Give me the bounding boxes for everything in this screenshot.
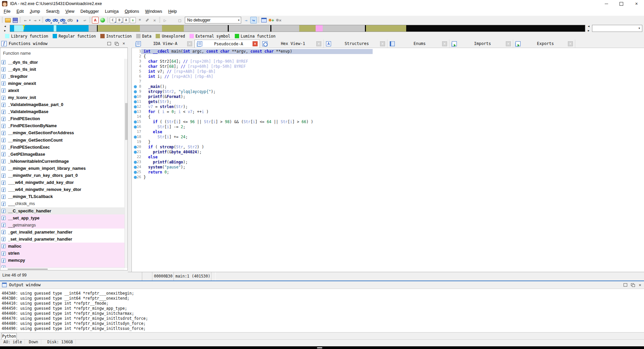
pseudocode-view[interactable]: 1int __cdecl main(int argc, const char *… (131, 48, 644, 272)
column-header-function-name[interactable]: Function name (0, 48, 127, 59)
open-subview-icon[interactable] (261, 17, 267, 23)
function-row[interactable]: f_GetPEImageBase (0, 151, 124, 158)
menu-item-view[interactable]: View (62, 7, 77, 16)
search-value-icon[interactable] (59, 17, 66, 23)
panel-float-icon[interactable] (629, 282, 636, 288)
tab-pseudocode-a[interactable]: Pseudocode-A× (195, 40, 260, 48)
panel-maximize-icon[interactable] (106, 41, 112, 47)
debug-run-to-icon[interactable]: ↪ (250, 17, 257, 23)
output-window-titlebar[interactable]: Output window × (0, 281, 644, 289)
functions-window-titlebar[interactable]: f Functions window × (0, 40, 128, 48)
panel-float-icon[interactable] (113, 41, 120, 47)
function-row[interactable]: f___w64_mingwthr_add_key_dtor (0, 179, 124, 186)
chevron-down-icon[interactable]: ▾ (39, 19, 40, 22)
menu-item-debugger[interactable]: Debugger (77, 7, 102, 16)
function-row[interactable]: fmy_lconv_init (0, 94, 124, 101)
minimize-button[interactable] (599, 0, 614, 7)
function-row[interactable]: f_tlregdtor (0, 73, 124, 80)
function-row[interactable]: f_get_invalid_parameter_handler (0, 229, 124, 236)
tab-enums[interactable]: Enums× (387, 40, 449, 48)
function-row[interactable]: f_FindPESectionExec (0, 144, 124, 151)
edit-function-icon[interactable] (144, 17, 151, 23)
horizontal-scrollbar[interactable] (0, 267, 124, 270)
chevron-down-icon[interactable]: ▾ (29, 19, 31, 22)
scrollbar-thumb[interactable] (8, 269, 48, 269)
scroll-right-icon[interactable]: ► (4, 29, 6, 32)
scroll-left-icon[interactable]: ◄ (4, 25, 6, 28)
save-icon[interactable] (12, 17, 18, 23)
function-row[interactable]: fmalloc (0, 243, 124, 250)
taskbar-strip[interactable] (0, 346, 644, 349)
function-row[interactable]: f__set_app_type (0, 214, 124, 221)
function-row[interactable]: f__mingw_GetSectionCount (0, 137, 124, 144)
function-row[interactable]: fstrlen (0, 250, 124, 257)
make-data-icon[interactable]: D (116, 17, 122, 23)
nav-band[interactable] (10, 25, 585, 32)
scroll-left-icon[interactable]: ◄ (587, 25, 590, 28)
function-row[interactable]: f_ValidateImageBase (0, 108, 124, 115)
function-row[interactable]: f__C_specific_handler (0, 207, 124, 214)
band-scroll-arrows[interactable]: ◄► (3, 25, 7, 32)
menu-item-edit[interactable]: Edit (13, 7, 27, 16)
function-row[interactable]: fmemcpy (0, 257, 124, 264)
debugger-select[interactable]: No debugger▾ (185, 17, 241, 23)
function-row[interactable]: f__dyn_tls_init (0, 66, 124, 73)
panel-close-icon[interactable]: × (637, 282, 643, 288)
menu-item-search[interactable]: Search (43, 7, 62, 16)
close-icon[interactable]: × (316, 41, 321, 46)
close-icon[interactable]: × (506, 41, 511, 46)
debug-attach-icon[interactable]: → (243, 17, 250, 23)
function-row[interactable]: f_ValidateImageBase_part_0 (0, 101, 124, 108)
nav-back-icon[interactable]: ← (22, 17, 29, 23)
function-row[interactable]: f__getmainargs (0, 221, 124, 229)
scrollbar-thumb[interactable] (125, 103, 127, 140)
function-row[interactable]: f___chkstk_ms (0, 200, 124, 207)
close-icon[interactable]: × (253, 41, 258, 46)
search-text-icon[interactable] (52, 17, 59, 23)
tab-imports[interactable]: Imports× (449, 40, 513, 48)
function-row[interactable]: f__mingw_enum_import_library_names (0, 165, 124, 172)
search-immediate-icon[interactable] (45, 17, 51, 23)
make-array-icon[interactable]: * (137, 17, 143, 23)
jump-icon[interactable]: ◗ (74, 17, 81, 23)
panel-close-icon[interactable]: × (120, 41, 127, 47)
debug-pause-icon[interactable] (169, 17, 176, 23)
open-file-icon[interactable] (4, 17, 11, 23)
tab-ida-view-a[interactable]: IDA View-A× (133, 40, 195, 48)
function-row[interactable]: f___w64_mingwthr_remove_key_dtor (0, 186, 124, 193)
debug-stop-icon[interactable]: □ (176, 17, 183, 23)
close-icon[interactable]: × (187, 41, 192, 46)
menu-item-windows[interactable]: Windows (142, 7, 165, 16)
vertical-scrollbar[interactable] (124, 59, 127, 268)
function-row[interactable]: f_set_invalid_parameter_handler (0, 236, 124, 243)
band-scroll-arrows-right[interactable]: ◄► (586, 25, 591, 32)
menu-item-jump[interactable]: Jump (27, 7, 43, 16)
output-log[interactable]: 4043A0: using guessed type __int64 *refp… (0, 289, 644, 332)
panel-maximize-icon[interactable] (622, 282, 629, 288)
add-function-icon[interactable]: + (268, 17, 275, 23)
scroll-right-icon[interactable]: ► (587, 29, 590, 32)
lumina-icon[interactable] (99, 17, 106, 23)
tab-python[interactable]: Python (1, 333, 17, 339)
function-row[interactable]: f_FindPESection (0, 115, 124, 122)
tab-exports[interactable]: Exports× (513, 40, 575, 48)
menu-item-options[interactable]: Options (122, 7, 142, 16)
function-row[interactable]: fmingw_onexit (0, 80, 124, 87)
function-row[interactable]: f__mingw_TLScallback (0, 193, 124, 200)
remove-function-icon[interactable]: × (275, 17, 282, 23)
nav-forward-icon[interactable]: → (32, 17, 39, 23)
analysis-problems-icon[interactable]: A (92, 17, 99, 23)
delete-function-icon[interactable]: × (151, 17, 158, 23)
make-code-icon[interactable]: C (110, 17, 116, 23)
function-row[interactable]: f__mingw_GetSectionForAddress (0, 130, 124, 137)
menu-item-help[interactable]: Help (165, 7, 180, 16)
make-name-icon[interactable]: A (123, 17, 129, 23)
close-button[interactable]: × (629, 0, 644, 7)
close-icon[interactable]: × (380, 41, 385, 46)
debug-start-icon[interactable]: ▷ (162, 17, 168, 23)
function-row[interactable]: f__mingwthr_run_key_dtors_part_0 (0, 172, 124, 179)
tab-hex-view-1[interactable]: Hex View-1× (260, 40, 324, 48)
undo-icon[interactable]: ↩ (82, 17, 88, 23)
band-zoom-select[interactable]: ▼ (592, 25, 642, 32)
close-icon[interactable]: × (442, 41, 447, 46)
